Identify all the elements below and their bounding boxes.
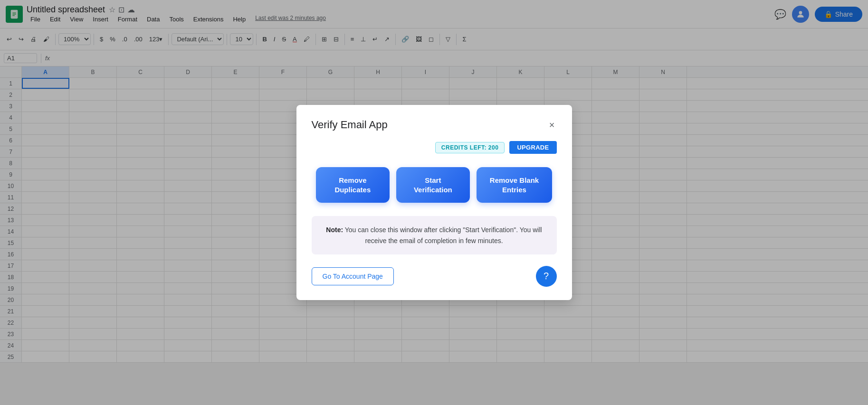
help-icon: ? [544,271,549,282]
modal-overlay: Verify Email App × CREDITS LEFT: 200 UPG… [0,0,868,405]
remove-blank-entries-button[interactable]: Remove BlankEntries [477,167,552,203]
modal-close-button[interactable]: × [547,118,557,132]
help-button[interactable]: ? [536,266,557,287]
note-text: You can close this window after clicking… [345,226,542,244]
sheets-app: Untitled spreadsheet ☆ ⊡ ☁ File Edit Vie… [0,0,868,405]
start-verification-button[interactable]: StartVerification [396,167,470,203]
credits-row: CREDITS LEFT: 200 UPGRADE [312,141,557,154]
note-box: Note: You can close this window after cl… [312,216,557,254]
credits-badge: CREDITS LEFT: 200 [435,142,505,153]
go-to-account-button[interactable]: Go To Account Page [312,267,394,285]
action-buttons: RemoveDuplicates StartVerification Remov… [312,167,557,203]
verify-email-modal: Verify Email App × CREDITS LEFT: 200 UPG… [296,105,572,300]
upgrade-button[interactable]: UPGRADE [509,141,556,154]
remove-duplicates-button[interactable]: RemoveDuplicates [316,167,390,203]
modal-title: Verify Email App [312,119,388,131]
note-label: Note: [326,226,343,234]
modal-footer: Go To Account Page ? [312,266,557,287]
modal-header: Verify Email App × [312,118,557,132]
